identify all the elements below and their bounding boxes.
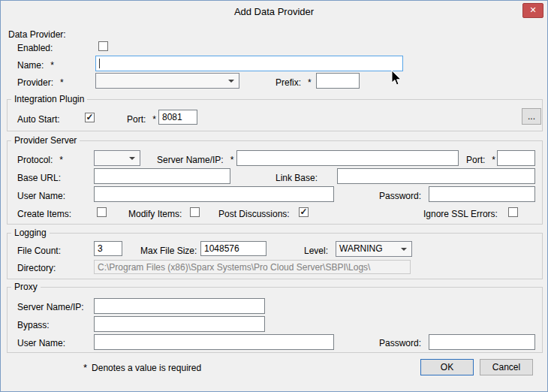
required-marker: * bbox=[50, 60, 54, 71]
post-discussions-label: Post Discussions: bbox=[218, 209, 290, 220]
logging-section-label: Logging bbox=[11, 228, 50, 238]
required-marker: * bbox=[230, 155, 234, 165]
ignore-ssl-label: Ignore SSL Errors: bbox=[423, 209, 498, 220]
server-name-label: Server Name/IP:* bbox=[157, 155, 233, 166]
provider-select[interactable] bbox=[95, 73, 239, 89]
auto-start-checkbox[interactable]: ✓ bbox=[85, 113, 95, 122]
mouse-cursor bbox=[391, 70, 402, 86]
server-username-input[interactable] bbox=[94, 186, 334, 202]
level-select-value: WARNING bbox=[339, 243, 383, 254]
max-file-size-input[interactable] bbox=[200, 241, 266, 256]
protocol-select[interactable] bbox=[94, 150, 140, 166]
file-count-label: File Count: bbox=[17, 246, 61, 257]
ignore-ssl-checkbox[interactable] bbox=[508, 207, 518, 217]
max-file-size-label: Max File Size: bbox=[140, 246, 197, 257]
directory-label: Directory: bbox=[17, 263, 56, 274]
required-marker: * bbox=[83, 362, 87, 373]
link-base-input[interactable] bbox=[337, 168, 535, 184]
proxy-username-input[interactable] bbox=[94, 334, 334, 350]
link-base-label: Link Base: bbox=[276, 173, 318, 184]
required-marker: * bbox=[308, 77, 312, 88]
provider-label: Provider:* bbox=[17, 77, 64, 89]
proxy-server-input[interactable] bbox=[94, 298, 265, 314]
level-select[interactable]: WARNING bbox=[336, 241, 412, 257]
create-items-checkbox[interactable] bbox=[97, 207, 107, 217]
base-url-input[interactable] bbox=[94, 168, 230, 184]
create-items-label: Create Items: bbox=[17, 209, 71, 220]
cancel-button[interactable]: Cancel bbox=[480, 359, 533, 375]
plugin-port-input[interactable] bbox=[158, 110, 197, 125]
proxy-bypass-input[interactable] bbox=[94, 316, 265, 332]
required-marker: * bbox=[60, 77, 64, 88]
server-port-label: Port:* bbox=[466, 155, 495, 166]
name-input[interactable] bbox=[95, 56, 403, 71]
window-title: Add Data Provider bbox=[1, 6, 547, 17]
name-label: Name:* bbox=[17, 60, 54, 71]
enabled-checkbox[interactable] bbox=[98, 41, 108, 51]
close-button[interactable]: ✕ bbox=[522, 3, 543, 18]
modify-items-checkbox[interactable] bbox=[190, 207, 200, 217]
title-bar[interactable]: Add Data Provider bbox=[1, 1, 547, 22]
plugin-port-label: Port:* bbox=[127, 114, 156, 125]
file-count-input[interactable] bbox=[94, 241, 122, 256]
dropdown-arrow-icon bbox=[401, 248, 407, 251]
prefix-input[interactable] bbox=[316, 73, 360, 89]
proxy-password-input[interactable] bbox=[429, 334, 535, 350]
enabled-label: Enabled: bbox=[17, 43, 53, 54]
server-password-label: Password: bbox=[379, 191, 421, 202]
server-port-input[interactable] bbox=[497, 150, 535, 166]
integration-plugin-section-label: Integration Plugin bbox=[11, 94, 87, 104]
base-url-label: Base URL: bbox=[17, 173, 61, 184]
auto-start-label: Auto Start: bbox=[17, 114, 60, 125]
prefix-label: Prefix:* bbox=[276, 77, 312, 89]
modify-items-label: Modify Items: bbox=[128, 209, 182, 220]
close-icon: ✕ bbox=[529, 5, 536, 14]
server-password-input[interactable] bbox=[429, 186, 535, 202]
proxy-password-label: Password: bbox=[379, 338, 421, 349]
level-label: Level: bbox=[304, 246, 328, 257]
required-marker: * bbox=[59, 155, 63, 165]
server-name-input[interactable] bbox=[236, 150, 459, 166]
dropdown-arrow-icon bbox=[129, 157, 135, 160]
data-provider-section-label: Data Provider: bbox=[8, 29, 66, 41]
text-caret bbox=[99, 59, 100, 68]
required-marker: * bbox=[152, 114, 156, 125]
proxy-server-label: Server Name/IP: bbox=[17, 302, 84, 313]
proxy-bypass-label: Bypass: bbox=[17, 320, 50, 331]
post-discussions-checkbox[interactable]: ✓ bbox=[299, 207, 309, 217]
provider-server-section-label: Provider Server bbox=[11, 135, 80, 146]
required-note: *Denotes a value is required bbox=[83, 362, 201, 374]
protocol-label: Protocol:* bbox=[17, 155, 63, 166]
add-data-provider-dialog: Add Data Provider ✕ Data Provider: Enabl… bbox=[0, 0, 548, 392]
required-marker: * bbox=[492, 155, 495, 165]
directory-input bbox=[94, 260, 411, 274]
dropdown-arrow-icon bbox=[228, 80, 234, 83]
ok-button[interactable]: OK bbox=[420, 359, 474, 375]
browse-button[interactable]: ... bbox=[522, 108, 541, 125]
server-username-label: User Name: bbox=[17, 191, 65, 202]
proxy-username-label: User Name: bbox=[17, 338, 65, 349]
proxy-section-label: Proxy bbox=[11, 282, 41, 292]
